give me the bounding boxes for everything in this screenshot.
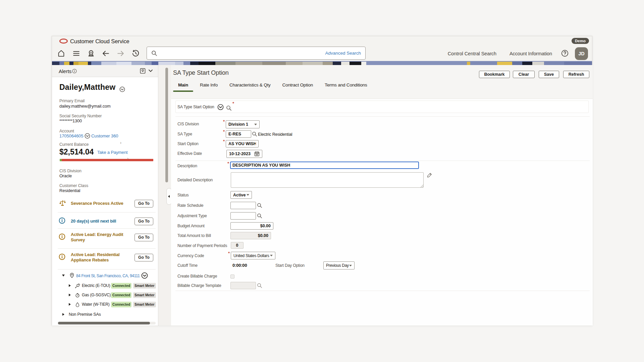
horizontal-scrollbar[interactable] xyxy=(58,322,156,324)
currency-code-label: Currency Code xyxy=(177,253,204,258)
start-option-input[interactable] xyxy=(228,141,256,146)
menu-button[interactable] xyxy=(72,49,80,58)
alert-text: Active Lead: Residential Appliance Rebat… xyxy=(71,252,135,263)
non-premise-row: Non Premise SAs xyxy=(52,312,158,319)
global-search-input[interactable] xyxy=(160,51,325,56)
avatar[interactable]: JD xyxy=(575,47,588,60)
separator xyxy=(175,161,590,161)
severance-icon xyxy=(59,199,71,208)
budget-amount-input[interactable] xyxy=(233,224,271,228)
lookup-label: SA Type Start Option xyxy=(177,104,214,110)
advanced-search-link[interactable]: Advanced Search xyxy=(325,51,361,56)
account-information-link[interactable]: Account Information xyxy=(509,51,552,56)
home-button[interactable] xyxy=(57,49,65,58)
expand-caret-icon[interactable] xyxy=(69,303,71,306)
alert-row: Severance Process Active Go To xyxy=(59,197,153,209)
create-billable-charge-checkbox[interactable] xyxy=(230,275,234,279)
tab-contract-option[interactable]: Contract Option xyxy=(277,80,318,91)
account-label: Account xyxy=(59,129,74,133)
divider xyxy=(58,212,156,213)
goto-button[interactable]: Go To xyxy=(135,218,153,225)
detailed-description-textarea[interactable] xyxy=(231,172,424,188)
alert-text: 20 day(s) until next bill xyxy=(71,219,135,224)
sa-type-search-icon[interactable] xyxy=(252,131,257,138)
collapse-panel-icon[interactable] xyxy=(148,68,154,74)
artifact-chevron: › xyxy=(120,140,121,145)
vertical-scrollbar-thumb[interactable] xyxy=(165,68,168,182)
effective-date-input[interactable] xyxy=(229,152,254,156)
cis-division-label: CIS Division xyxy=(59,169,82,173)
status-select[interactable]: Active xyxy=(230,191,252,199)
account-menu-icon[interactable] xyxy=(85,133,90,140)
description-field xyxy=(230,162,419,169)
take-payment-link[interactable]: Take a Payment xyxy=(97,150,127,155)
currency-code-select[interactable]: United States Dollars xyxy=(231,252,275,259)
service-row: Water (W-TIER) Connected Smart Meter xyxy=(52,302,158,308)
calendar-icon[interactable] xyxy=(254,151,260,157)
customer-name-menu-icon[interactable] xyxy=(119,86,125,94)
control-central-search-link[interactable]: Control Central Search xyxy=(448,51,496,56)
main-panel: SA Type Start Option Bookmark Clear Save… xyxy=(171,65,593,325)
premise-address-link[interactable]: 84 Front St, San Francisco, CA, 94111 xyxy=(76,274,140,278)
person-360-button[interactable] xyxy=(87,49,95,58)
back-button[interactable] xyxy=(102,49,110,58)
bookmark-button[interactable]: Bookmark xyxy=(479,71,510,78)
service-name: Gas (G-SGSVC) xyxy=(82,293,111,297)
dock-panel-icon[interactable] xyxy=(140,68,146,74)
cis-division-select[interactable]: Division 1 xyxy=(226,120,260,128)
create-billable-charge-label: Create Billable Charge xyxy=(177,274,217,279)
edit-pencil-icon[interactable] xyxy=(427,172,432,179)
tab-characteristics-qty[interactable]: Characteristics & Qty xyxy=(224,80,276,91)
service-row: Gas (G-SGSVC) Connected Smart Meter xyxy=(52,292,158,299)
tab-rate-info[interactable]: Rate Info xyxy=(195,80,223,91)
expand-caret-icon[interactable] xyxy=(69,284,71,287)
tab-terms-conditions[interactable]: Terms and Conditions xyxy=(320,80,372,91)
rate-schedule-input[interactable] xyxy=(233,203,253,208)
billable-charge-template-input xyxy=(233,283,253,288)
rate-schedule-search-icon[interactable] xyxy=(257,203,262,209)
payment-periods-label: Number of Payment Periods xyxy=(177,243,227,248)
goto-button[interactable]: Go To xyxy=(135,234,153,241)
expand-caret-icon[interactable] xyxy=(69,294,71,296)
refresh-button[interactable]: Refresh xyxy=(563,71,589,78)
panel-divider xyxy=(159,65,171,325)
divider xyxy=(58,248,156,249)
electric-icon xyxy=(75,283,80,290)
budget-amount-field xyxy=(230,222,273,230)
form-area: SA Type Start Option * CIS Division * Di… xyxy=(171,99,593,325)
location-pin-icon xyxy=(69,273,75,280)
alerts-info-icon[interactable] xyxy=(72,69,77,75)
tab-bar: Main Rate Info Characteristics & Qty Con… xyxy=(173,80,374,91)
context-menu-icon[interactable] xyxy=(217,104,224,112)
adjustment-type-input[interactable] xyxy=(233,214,253,218)
horizontal-scrollbar-thumb[interactable] xyxy=(58,322,150,324)
description-label: Description xyxy=(177,163,197,169)
save-button[interactable]: Save xyxy=(539,71,559,78)
adjustment-type-search-icon[interactable] xyxy=(257,213,262,220)
connected-badge: Connected xyxy=(111,302,131,307)
primary-email-label: Primary Email xyxy=(59,99,85,103)
collapse-caret-icon[interactable] xyxy=(62,275,65,277)
billable-template-search-icon[interactable] xyxy=(257,283,262,290)
expand-caret-icon[interactable] xyxy=(62,313,64,316)
clear-button[interactable]: Clear xyxy=(513,71,535,78)
lookup-search-icon[interactable] xyxy=(226,105,232,112)
description-input[interactable] xyxy=(232,163,417,168)
start-option-label: Start Option xyxy=(177,141,199,146)
customer-360-link[interactable]: Customer 360 xyxy=(91,133,118,138)
tab-main[interactable]: Main xyxy=(173,80,193,91)
ssn-label: Social Security Number xyxy=(59,114,102,118)
help-icon[interactable] xyxy=(561,49,569,57)
account-number-link[interactable]: 1705064605 xyxy=(59,133,83,138)
sa-type-input[interactable] xyxy=(228,132,249,136)
forward-button[interactable] xyxy=(116,49,125,58)
alert-row: Active Lead: Energy Audit Survey Go To xyxy=(59,230,153,245)
goto-button[interactable]: Go To xyxy=(135,200,153,207)
sa-type-description: Electric Residential xyxy=(258,132,292,137)
premise-menu-icon[interactable] xyxy=(141,272,148,280)
info-icon xyxy=(59,217,71,225)
start-day-option-select[interactable]: Previous Day xyxy=(323,261,355,269)
goto-button[interactable]: Go To xyxy=(135,254,153,261)
history-button[interactable] xyxy=(131,49,140,58)
main-header: SA Type Start Option Bookmark Clear Save… xyxy=(171,65,593,99)
